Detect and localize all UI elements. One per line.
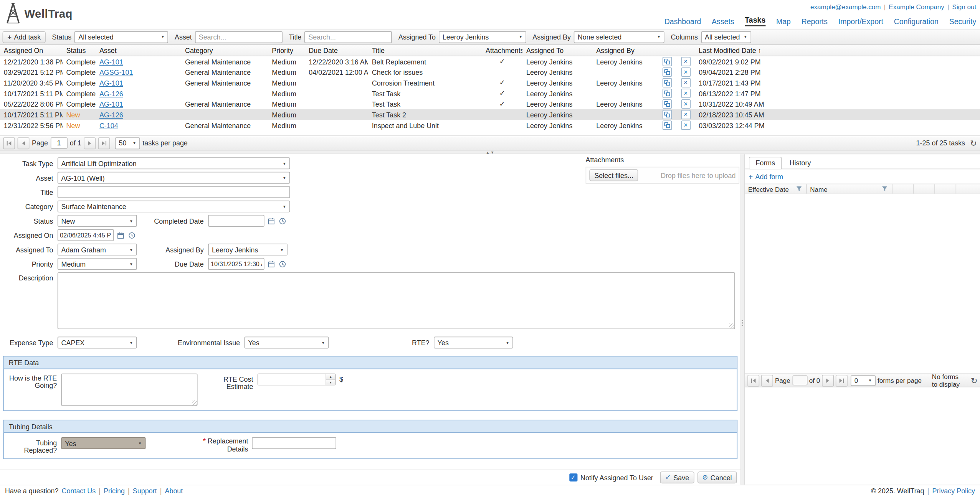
forms-pager-first-button[interactable]	[747, 374, 759, 386]
refresh-icon[interactable]: ↻	[971, 376, 978, 384]
status-dropdown[interactable]: New ▼	[58, 215, 137, 227]
page-input[interactable]	[50, 137, 67, 148]
assigned-by-filter-dropdown[interactable]: None selected ▼	[574, 31, 664, 43]
assigned-to-filter-dropdown[interactable]: Leeroy Jenkins ▼	[439, 31, 526, 43]
delete-task-button[interactable]: ×	[681, 89, 690, 98]
title-filter-input[interactable]	[304, 31, 392, 43]
columns-dropdown[interactable]: All selected ▼	[701, 31, 751, 43]
nav-item-map[interactable]: Map	[776, 18, 791, 26]
account-email-link[interactable]: example@example.com	[810, 3, 881, 11]
asset-dropdown[interactable]: AG-101 (Well) ▼	[58, 172, 290, 184]
column-header-assigned-on[interactable]: Assigned On	[0, 45, 63, 56]
priority-dropdown[interactable]: Medium ▼	[58, 258, 137, 270]
table-row[interactable]: 10/17/2021 5:11 PM Completed AG-126 Medi…	[0, 88, 980, 99]
support-link[interactable]: Support	[133, 487, 157, 494]
refresh-icon[interactable]: ↻	[970, 139, 977, 147]
nav-item-reports[interactable]: Reports	[802, 18, 828, 26]
calendar-icon[interactable]	[266, 216, 276, 225]
copy-task-button[interactable]	[662, 120, 671, 130]
nav-item-import-export[interactable]: Import/Export	[838, 18, 883, 26]
cancel-button[interactable]: ⊘ Cancel	[697, 471, 737, 483]
nav-item-assets[interactable]: Assets	[712, 18, 734, 26]
spin-up-button[interactable]: ▲	[326, 374, 335, 380]
pager-next-button[interactable]	[84, 137, 96, 149]
horizontal-splitter[interactable]: ▴ ▾	[0, 150, 980, 154]
column-header-priority[interactable]: Priority	[268, 45, 305, 56]
assigned-to-dropdown[interactable]: Adam Graham ▼	[58, 244, 137, 255]
assigned-on-input[interactable]	[58, 229, 114, 241]
forms-column-name[interactable]: Name	[807, 184, 892, 193]
completed-date-input[interactable]	[208, 215, 264, 227]
column-header-attachments[interactable]: Attachments	[482, 45, 522, 56]
tubing-replaced-dropdown[interactable]: Yes ▼	[61, 437, 146, 449]
tab-forms[interactable]: Forms	[749, 157, 782, 170]
column-header-category[interactable]: Category	[181, 45, 268, 56]
asset-link[interactable]: AG-101	[99, 79, 123, 87]
pager-prev-button[interactable]	[18, 137, 30, 149]
title-input[interactable]	[58, 186, 290, 198]
notify-checkbox[interactable]: ✓	[569, 473, 577, 481]
copy-task-button[interactable]	[662, 89, 671, 98]
forms-pager-prev-button[interactable]	[761, 374, 773, 386]
delete-task-button[interactable]: ×	[681, 57, 690, 66]
pager-last-button[interactable]	[98, 137, 110, 149]
contact-us-link[interactable]: Contact Us	[62, 487, 96, 494]
pricing-link[interactable]: Pricing	[104, 487, 125, 494]
attachments-dropzone[interactable]: Select files... Drop files here to uploa…	[586, 167, 740, 184]
asset-link[interactable]: AG-126	[99, 90, 123, 97]
filter-icon[interactable]	[880, 184, 889, 193]
column-header-asset[interactable]: Asset	[96, 45, 181, 56]
page-size-dropdown[interactable]: 50 ▼	[115, 137, 140, 149]
clock-icon[interactable]	[127, 231, 136, 240]
welltraq-logo[interactable]: WellTraq	[5, 2, 73, 26]
delete-task-button[interactable]: ×	[681, 99, 690, 109]
copy-task-button[interactable]	[662, 99, 671, 109]
table-row[interactable]: 12/31/2022 5:56 PM New C-104 General Mai…	[0, 120, 980, 131]
expense-type-dropdown[interactable]: CAPEX ▼	[58, 337, 137, 349]
column-header-title[interactable]: Title	[368, 45, 482, 56]
column-header-last-modified[interactable]: Last Modified Date ↑	[695, 45, 777, 56]
calendar-icon[interactable]	[116, 231, 125, 240]
replacement-details-input[interactable]	[252, 437, 336, 449]
save-button[interactable]: ✓ Save	[660, 471, 694, 483]
table-row[interactable]: 03/29/2021 5:12 PM Completed AGSG-101 Ge…	[0, 67, 980, 77]
delete-task-button[interactable]: ×	[681, 110, 690, 119]
nav-item-security[interactable]: Security	[949, 18, 977, 26]
rte-dropdown[interactable]: Yes ▼	[434, 337, 513, 349]
copy-task-button[interactable]	[662, 68, 671, 77]
environmental-issue-dropdown[interactable]: Yes ▼	[245, 337, 329, 349]
calendar-icon[interactable]	[266, 259, 276, 269]
account-company-link[interactable]: Example Company	[889, 3, 944, 11]
add-task-button[interactable]: + Add task	[3, 31, 46, 43]
sign-out-link[interactable]: Sign out	[952, 3, 976, 11]
delete-task-button[interactable]: ×	[681, 78, 690, 87]
copy-task-button[interactable]	[662, 110, 671, 119]
nav-item-tasks[interactable]: Tasks	[745, 16, 765, 26]
forms-pager-last-button[interactable]	[836, 374, 848, 386]
asset-link[interactable]: AGSG-101	[99, 68, 133, 76]
copy-task-button[interactable]	[662, 78, 671, 87]
forms-column-effective-date[interactable]: Effective Date	[745, 184, 807, 193]
asset-link[interactable]: C-104	[99, 122, 118, 129]
nav-item-configuration[interactable]: Configuration	[894, 18, 939, 26]
column-header-assigned-to[interactable]: Assigned To	[522, 45, 592, 56]
due-date-input[interactable]	[208, 258, 264, 270]
filter-icon[interactable]	[794, 184, 803, 193]
column-header-due-date[interactable]: Due Date	[305, 45, 368, 56]
asset-filter-input[interactable]	[195, 31, 283, 43]
column-header-assigned-by[interactable]: Assigned By	[593, 45, 658, 56]
forms-pager-next-button[interactable]	[822, 374, 834, 386]
description-textarea[interactable]	[58, 272, 735, 329]
clock-icon[interactable]	[278, 259, 287, 269]
pager-first-button[interactable]	[3, 137, 15, 149]
task-type-dropdown[interactable]: Artificial Lift Optimization ▼	[58, 157, 290, 169]
status-filter-dropdown[interactable]: All selected ▼	[74, 31, 168, 43]
spin-down-button[interactable]: ▼	[326, 380, 335, 385]
nav-item-dashboard[interactable]: Dashboard	[664, 18, 701, 26]
select-files-button[interactable]: Select files...	[589, 169, 638, 181]
table-row[interactable]: 05/22/2022 8:06 PM Completed AG-101 Gene…	[0, 99, 980, 109]
forms-page-input[interactable]	[792, 376, 807, 386]
table-row[interactable]: 10/17/2021 5:11 PM New AG-126 Medium Tes…	[0, 109, 980, 120]
vertical-splitter[interactable]	[740, 154, 745, 484]
table-row[interactable]: 12/21/2020 1:38 PM Completed AG-101 Gene…	[0, 56, 980, 67]
